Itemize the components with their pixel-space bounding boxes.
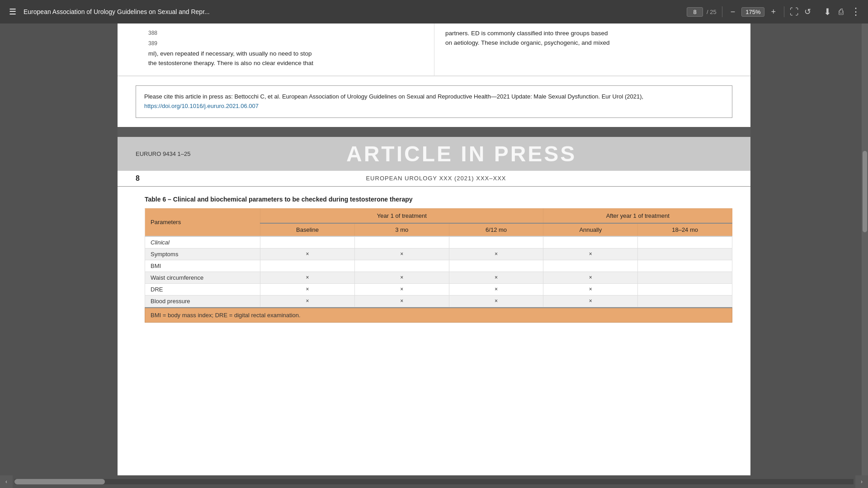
toolbar-controls: / 25 − 175% + ⛶ ↺ [687, 5, 811, 19]
col-6mo: 6/12 mo [449, 223, 543, 236]
table-section: Table 6 – Clinical and biochemical param… [118, 187, 750, 336]
cell-value: × [260, 283, 355, 295]
journal-name: EUROPEAN UROLOGY XXX (2021) XXX–XXX [140, 175, 732, 182]
cell-empty [354, 260, 449, 272]
cell-empty [260, 260, 355, 272]
scroll-track[interactable] [14, 479, 854, 484]
cell-empty [638, 236, 732, 249]
cell-clinical: Clinical [145, 236, 260, 249]
print-icon[interactable]: ⎙ [839, 7, 844, 17]
rotate-icon[interactable]: ↺ [804, 7, 811, 17]
cell-empty [354, 236, 449, 249]
left-text: ml), even repeated if necessary, with us… [148, 50, 311, 57]
col-parameters: Parameters [145, 208, 260, 236]
table-footer-note: BMI = body mass index; DRE = digital rec… [145, 307, 732, 323]
cell-value: × [260, 248, 355, 260]
document-title: European Association of Urology Guidelin… [24, 8, 681, 15]
col-after-year1: After year 1 of treatment [543, 208, 732, 223]
cell-value: × [449, 248, 543, 260]
cell-value: × [449, 283, 543, 295]
cell-value: × [260, 295, 355, 307]
cell-value: × [449, 295, 543, 307]
cell-empty [543, 236, 638, 249]
cell-value: × [354, 283, 449, 295]
cell-value: × [543, 283, 638, 295]
scroll-thumb[interactable] [14, 479, 105, 484]
toolbar-right-controls: ⬇ ⎙ ⋮ [824, 6, 861, 18]
content-area: 388 389 ml), even repeated if necessary,… [0, 23, 868, 488]
cell-empty [638, 283, 732, 295]
right-text-2: on aetiology. These include organic, psy… [445, 39, 609, 46]
table-row: BMI [145, 260, 732, 272]
menu-icon[interactable]: ☰ [7, 5, 18, 19]
cell-parameter: Waist circumference [145, 272, 260, 283]
cell-empty [638, 272, 732, 283]
toolbar: ☰ European Association of Urology Guidel… [0, 0, 868, 23]
scroll-left-button[interactable]: ‹ [0, 475, 13, 488]
col-3mo: 3 mo [354, 223, 449, 236]
cell-value: × [260, 272, 355, 283]
cell-value: × [354, 272, 449, 283]
download-icon[interactable]: ⬇ [824, 6, 831, 17]
cell-value: × [354, 248, 449, 260]
page-separator: / 25 [707, 9, 717, 15]
page-input[interactable] [687, 7, 703, 17]
zoom-level: 175% [741, 7, 764, 17]
table-header-row-1: Parameters Year 1 of treatment After yea… [145, 208, 732, 223]
cell-parameter: DRE [145, 283, 260, 295]
cell-value: × [543, 248, 638, 260]
dark-band-separator [118, 127, 750, 137]
table-row: Clinical [145, 236, 732, 249]
line-number-388: 388 [148, 29, 423, 38]
col-year1: Year 1 of treatment [260, 208, 543, 223]
top-text-area: 388 389 ml), even repeated if necessary,… [118, 23, 750, 76]
scroll-right-button[interactable]: › [855, 475, 868, 488]
left-column: 388 389 ml), even repeated if necessary,… [118, 23, 434, 75]
citation-link[interactable]: https://doi.org/10.1016/j.eururo.2021.06… [144, 103, 259, 109]
article-in-press-label: ARTICLE IN PRESS [190, 141, 732, 166]
more-options-icon[interactable]: ⋮ [851, 6, 861, 18]
cell-parameter: Blood pressure [145, 295, 260, 307]
cell-empty [449, 260, 543, 272]
cell-empty [638, 248, 732, 260]
line-number-389: 389 [148, 39, 423, 48]
article-press-header: EURURO 9434 1–25 ARTICLE IN PRESS [118, 137, 750, 171]
scrollbar-thumb[interactable] [863, 151, 867, 232]
eururo-label: EURURO 9434 1–25 [136, 150, 190, 157]
table-caption: Table 6 – Clinical and biochemical param… [145, 196, 732, 203]
col-annually: Annually [543, 223, 638, 236]
table-body: Clinical Symptoms × × × × [145, 236, 732, 307]
data-table: Parameters Year 1 of treatment After yea… [145, 208, 732, 307]
right-scrollbar[interactable] [862, 23, 868, 488]
table-row: Waist circumference × × × × [145, 272, 732, 283]
right-column: partners. ED is commonly classified into… [434, 23, 750, 75]
right-text-1: partners. ED is commonly classified into… [445, 30, 608, 37]
cell-empty [260, 236, 355, 249]
cell-empty [543, 260, 638, 272]
cell-value: × [449, 272, 543, 283]
table-row: Symptoms × × × × [145, 248, 732, 260]
cell-value: × [543, 295, 638, 307]
cell-value: × [354, 295, 449, 307]
cell-empty [638, 295, 732, 307]
journal-header: 8 EUROPEAN UROLOGY XXX (2021) XXX–XXX [118, 171, 750, 187]
zoom-in-button[interactable]: + [768, 5, 778, 19]
document-page: 388 389 ml), even repeated if necessary,… [118, 23, 750, 488]
cell-parameter: Symptoms [145, 248, 260, 260]
cell-value: × [543, 272, 638, 283]
col-baseline: Baseline [260, 223, 355, 236]
cell-parameter: BMI [145, 260, 260, 272]
citation-box: Please cite this article in press as: Be… [136, 85, 732, 118]
table-row: Blood pressure × × × × [145, 295, 732, 307]
table-row: DRE × × × × [145, 283, 732, 295]
left-text-2: the testosterone therapy. There is also … [148, 60, 313, 66]
fit-page-icon[interactable]: ⛶ [790, 7, 799, 17]
zoom-out-button[interactable]: − [728, 5, 738, 19]
citation-text: Please cite this article in press as: Be… [144, 93, 643, 100]
cell-empty [449, 236, 543, 249]
bottom-scrollbar: ‹ › [0, 475, 868, 488]
col-18mo: 18–24 mo [638, 223, 732, 236]
cell-empty [638, 260, 732, 272]
page-number-label: 8 [136, 174, 140, 183]
